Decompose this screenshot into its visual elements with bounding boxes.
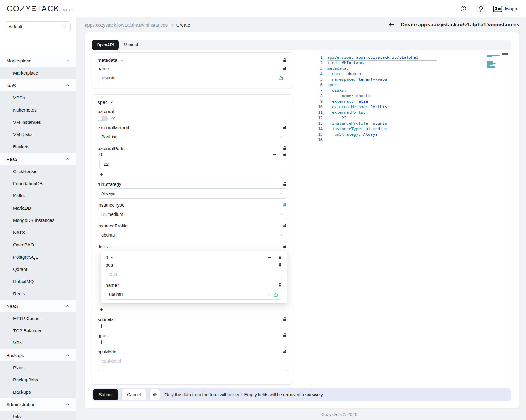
sidebar-item-openbao[interactable]: OpenBAO: [0, 238, 76, 251]
metadata-section-header[interactable]: metadata: [98, 57, 287, 63]
default-value-indicator-icon[interactable]: [111, 116, 116, 121]
sidebar-group-header-naas[interactable]: NaaS: [0, 300, 76, 312]
lock-icon[interactable]: [283, 333, 287, 338]
lock-icon[interactable]: [283, 223, 287, 228]
external-toggle[interactable]: [98, 116, 108, 121]
name-input[interactable]: [101, 75, 276, 81]
code-line: 9external:false: [310, 99, 509, 104]
tab-manual[interactable]: Manual: [119, 42, 143, 47]
sidebar-item-backupjobs[interactable]: BackupJobs: [0, 374, 76, 386]
theme-toggle-button[interactable]: [476, 4, 486, 14]
sidebar-item-postgresql[interactable]: PostgreSQL: [0, 251, 76, 263]
line-number: 8: [310, 93, 323, 99]
editor-minimap[interactable]: [487, 55, 503, 70]
sidebar-item-marketplace[interactable]: Marketplace: [0, 67, 76, 79]
sidebar-item-foundationdb[interactable]: FoundationDB: [0, 177, 76, 190]
sidebar-group-header-paas[interactable]: PaaS: [0, 153, 76, 165]
id-badge-icon: [493, 6, 502, 12]
namespace-select[interactable]: default: [5, 21, 71, 32]
sidebar-item-http-cache[interactable]: HTTP Cache: [0, 312, 76, 324]
disk-name-select[interactable]: ubuntu: [106, 289, 282, 300]
cancel-button[interactable]: Cancel: [121, 389, 146, 400]
sidebar-item-info[interactable]: Info: [0, 411, 76, 420]
lock-icon[interactable]: [283, 66, 287, 71]
yaml-editor[interactable]: 1apiVersion:apps.cozystack.io/v1alpha12k…: [310, 53, 509, 386]
lock-icon-active[interactable]: [283, 203, 287, 207]
runStrategy-field-label: runStrategy: [98, 182, 121, 187]
sidebar-item-mariadb[interactable]: MariaDB: [0, 202, 76, 214]
sidebar-item-vm-instances[interactable]: VM Instances: [0, 116, 76, 128]
sidebar-group-iaas: IaaSVPCsKubernetesVM InstancesVM DisksBu…: [0, 79, 76, 153]
sidebar-item-vpn[interactable]: VPN: [0, 337, 76, 349]
breadcrumb-path[interactable]: apps.cozystack.io/v1alpha1/vminstances: [85, 22, 168, 28]
lock-icon[interactable]: [283, 317, 287, 322]
runStrategy-field-row: runStrategy: [98, 182, 287, 187]
collapse-chevron-icon[interactable]: [110, 256, 114, 259]
lock-icon[interactable]: [283, 146, 287, 151]
tab-openapi[interactable]: OpenAPI: [92, 40, 119, 50]
sidebar-item-backups[interactable]: Backups: [0, 386, 76, 398]
sidebar: default MarketplaceMarketplaceIaaSVPCsKu…: [0, 17, 76, 420]
back-arrow-icon[interactable]: [388, 21, 395, 28]
minimap-line: [487, 61, 493, 62]
sidebar-item-tcp-balancer[interactable]: TCP Balancer: [0, 324, 76, 337]
spec-section-header[interactable]: spec: [98, 100, 287, 105]
cpuModel-input[interactable]: [101, 358, 283, 364]
add-item-button[interactable]: +: [99, 322, 103, 330]
externalPorts-item-input[interactable]: [103, 161, 283, 167]
code-line: 5namespace:tenant-kvaps: [310, 77, 509, 82]
code-line: 16: [310, 137, 509, 143]
sidebar-item-kubernetes[interactable]: Kubernetes: [0, 104, 76, 116]
sidebar-item-plans[interactable]: Plans: [0, 361, 76, 374]
external-field-row: external: [98, 109, 287, 114]
sidebar-item-qdrant[interactable]: Qdrant: [0, 263, 76, 275]
sidebar-group-naas: NaaSHTTP CacheTCP BalancerVPN: [0, 300, 76, 349]
help-button[interactable]: ?: [459, 4, 469, 14]
sidebar-item-mongodb-instances[interactable]: MongoDB Instances: [0, 214, 76, 226]
lock-icon[interactable]: [278, 255, 282, 260]
editor-scrollbar-thumb[interactable]: [502, 53, 508, 55]
instanceProfile-select[interactable]: ubuntu: [98, 230, 287, 240]
cpuModel-input-wrap: [98, 356, 287, 366]
sidebar-group-header-backups[interactable]: Backups: [0, 349, 76, 361]
sidebar-item-buckets[interactable]: Buckets: [0, 140, 76, 153]
sidebar-group-label: Administration: [6, 402, 35, 407]
externalMethod-select[interactable]: PortList: [98, 132, 287, 142]
submit-button[interactable]: Submit: [93, 389, 118, 400]
chevron-up-icon: [66, 59, 69, 62]
add-item-button[interactable]: +: [99, 171, 103, 178]
sidebar-group-header-iaas[interactable]: IaaS: [0, 79, 76, 91]
cozystack-logo[interactable]: COZYΞTACK v1.1.1: [7, 4, 74, 13]
sidebar-item-rabbitmq[interactable]: RabbitMQ: [0, 275, 76, 287]
sidebar-group-paas: PaaSClickHouseFoundationDBKafkaMariaDBMo…: [0, 153, 76, 300]
lock-icon[interactable]: [283, 125, 287, 130]
lock-icon[interactable]: [283, 349, 287, 354]
lock-icon[interactable]: [283, 58, 287, 63]
add-item-button[interactable]: +: [99, 306, 103, 313]
remove-item-button[interactable]: −: [268, 255, 271, 260]
lock-icon[interactable]: [283, 152, 287, 157]
lock-icon[interactable]: [278, 283, 282, 287]
lock-icon[interactable]: [283, 244, 287, 249]
sidebar-group-items: VPCsKubernetesVM InstancesVM DisksBucket…: [0, 91, 76, 153]
disks-field-label: disks: [98, 244, 108, 249]
sidebar-item-nats[interactable]: NATS: [0, 226, 76, 238]
sidebar-group-header-administration[interactable]: Administration: [0, 398, 76, 411]
add-item-button[interactable]: +: [99, 339, 103, 346]
chevron-down-icon: [279, 191, 283, 196]
sidebar-item-redis[interactable]: Redis: [0, 287, 76, 300]
remove-item-button[interactable]: −: [273, 152, 276, 157]
sidebar-item-vm-disks[interactable]: VM Disks: [0, 128, 76, 140]
sidebar-group-header-marketplace[interactable]: Marketplace: [0, 54, 76, 67]
sidebar-item-clickhouse[interactable]: ClickHouse: [0, 165, 76, 177]
runStrategy-select[interactable]: Always: [98, 188, 287, 199]
bus-input[interactable]: [109, 271, 279, 277]
debug-button[interactable]: [149, 389, 160, 400]
sidebar-item-kafka[interactable]: Kafka: [0, 190, 76, 202]
disks-item-header: 0 −: [106, 255, 282, 260]
sidebar-item-vpcs[interactable]: VPCs: [0, 91, 76, 104]
instanceType-select[interactable]: u1.medium: [98, 209, 287, 219]
lock-icon[interactable]: [283, 182, 287, 186]
lock-icon[interactable]: [278, 263, 282, 267]
user-menu[interactable]: kvaps: [493, 6, 517, 12]
